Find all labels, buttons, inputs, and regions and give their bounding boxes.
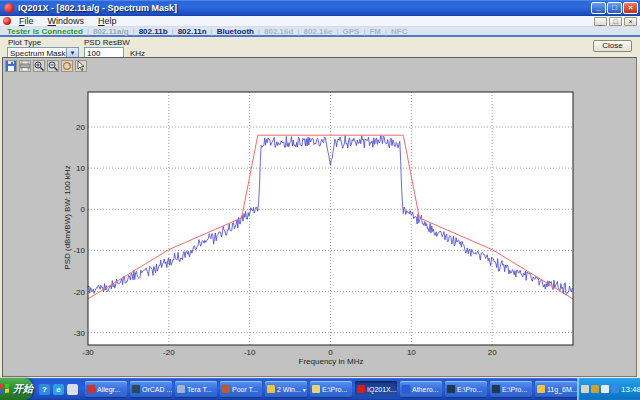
taskbar-button-icon: [492, 385, 500, 393]
taskbar-button-label: Allegr...: [97, 386, 120, 393]
system-tray: 13:48: [577, 378, 640, 400]
title-bar: IQ201X - [802.11a/g - Spectrum Mask] _ □…: [0, 0, 640, 16]
plot-panel: -30-20-100102020100-10-20-30 Frequency i…: [2, 57, 637, 377]
control-strip: Plot Type Spectrum Mask ▼ PSD ResBW KHz …: [0, 39, 640, 57]
menu-bar: FileWindowsHelp _ □ ×: [0, 16, 640, 27]
taskbar-button-label: Athero...: [412, 386, 438, 393]
y-tick-label: -20: [73, 288, 85, 297]
menu-item-help[interactable]: Help: [96, 16, 119, 26]
help-icon[interactable]: ?: [39, 384, 50, 395]
y-tick-label: 20: [76, 123, 85, 132]
x-axis-label: Frequency in MHz: [88, 357, 574, 366]
child-close-button[interactable]: ×: [624, 17, 637, 26]
app-icon: [4, 3, 14, 13]
window-title: IQ201X - [802.11a/g - Spectrum Mask]: [18, 3, 591, 13]
taskbar-button-allegr[interactable]: Allegr...: [85, 381, 127, 397]
minimize-button[interactable]: _: [591, 2, 606, 14]
quick-launch-bar: ?e: [33, 384, 83, 395]
taskbar-button-icon: [537, 385, 545, 393]
tab-tester-is-connected: Tester is Connected: [3, 27, 87, 36]
taskbar-button-orcad[interactable]: OrCAD ...: [130, 381, 172, 397]
volume-icon[interactable]: [601, 385, 609, 393]
x-tick-label: -20: [163, 348, 175, 357]
taskbar-button-label: 2 Win...: [277, 386, 301, 393]
close-window-button[interactable]: ×: [623, 2, 638, 14]
taskbar-buttons: Allegr...OrCAD ...Tera T...Poor T...2 Wi…: [83, 381, 577, 397]
taskbar-button-icon: [402, 385, 410, 393]
tab-nfc: NFC: [387, 27, 411, 36]
tab-802-11b[interactable]: 802.11b: [135, 27, 172, 36]
tab-802-11n[interactable]: 802.11n: [174, 27, 211, 36]
tab-802-16d: 802.16d: [260, 27, 297, 36]
x-tick-label: 10: [407, 348, 416, 357]
child-restore-button[interactable]: □: [609, 17, 622, 26]
taskbar-button-2-win[interactable]: 2 Win...▾: [265, 381, 307, 397]
tab-gps: GPS: [338, 27, 363, 36]
taskbar-button-tera-t[interactable]: Tera T...: [175, 381, 217, 397]
menu-item-windows[interactable]: Windows: [46, 16, 87, 26]
spectrum-mask-chart: -30-20-100102020100-10-20-30: [3, 58, 636, 376]
tab-802-16e: 802.16e: [299, 27, 336, 36]
tab-802-11a-g[interactable]: 802.11a/g: [89, 27, 133, 36]
print-icon[interactable]: [19, 60, 31, 72]
rotate-icon[interactable]: [61, 60, 73, 72]
restore-button[interactable]: □: [607, 2, 622, 14]
taskbar-button-label: E:\Pro...: [322, 386, 347, 393]
close-plot-button[interactable]: Close: [593, 40, 632, 52]
internet-explorer-icon[interactable]: e: [53, 384, 64, 395]
taskbar-button-label: 11g_6M...: [547, 386, 577, 393]
tray-clock: 13:48: [621, 385, 640, 394]
x-tick-label: 0: [328, 348, 333, 357]
display-icon[interactable]: [591, 385, 599, 393]
taskbar-button-label: OrCAD ...: [142, 386, 172, 393]
x-tick-label: 20: [488, 348, 497, 357]
taskbar-button-icon: [87, 385, 95, 393]
printer-icon[interactable]: [581, 385, 589, 393]
menu-item-file[interactable]: File: [17, 16, 36, 26]
taskbar-button-icon: [132, 385, 140, 393]
y-tick-label: 0: [81, 205, 86, 214]
taskbar-button-label: Poor T...: [232, 386, 258, 393]
taskbar-button-e-pro[interactable]: E:\Pro...: [490, 381, 532, 397]
y-tick-label: -10: [73, 246, 85, 255]
taskbar-button-iq201x[interactable]: IQ201X...: [355, 381, 397, 397]
y-axis-label: PSD (dBm/BW) BW: 100 kHz: [63, 113, 72, 323]
windows-flag-icon: [0, 383, 10, 394]
x-tick-label: -10: [244, 348, 256, 357]
taskbar-button-label: Tera T...: [187, 386, 212, 393]
taskbar-button-e-pro[interactable]: E:\Pro...: [445, 381, 487, 397]
tab-fm: FM: [365, 27, 385, 36]
group-expand-arrow-icon: ▾: [303, 386, 306, 393]
taskbar-button-icon: [177, 385, 185, 393]
taskbar-button-label: IQ201X...: [367, 386, 397, 393]
taskbar-button-e-pro[interactable]: E:\Pro...: [310, 381, 352, 397]
taskbar: 开始 ?e Allegr...OrCAD ...Tera T...Poor T.…: [0, 378, 640, 400]
child-minimize-button[interactable]: _: [594, 17, 607, 26]
datatip-icon[interactable]: [75, 60, 87, 72]
taskbar-button-athero[interactable]: Athero...: [400, 381, 442, 397]
start-button[interactable]: 开始: [0, 378, 33, 400]
zoom-in-icon[interactable]: [33, 60, 45, 72]
taskbar-button-label: E:\Pro...: [457, 386, 482, 393]
tab-bluetooth[interactable]: Bluetooth: [213, 27, 258, 36]
x-tick-label: -30: [82, 348, 94, 357]
y-tick-label: 10: [76, 164, 85, 173]
taskbar-button-icon: [312, 385, 320, 393]
plot-type-label: Plot Type: [8, 38, 41, 47]
network-icon[interactable]: [611, 385, 619, 393]
show-desktop-icon[interactable]: [67, 384, 78, 395]
taskbar-button-icon: [447, 385, 455, 393]
psd-resbw-label: PSD ResBW: [84, 38, 130, 47]
menu-app-icon: [3, 17, 11, 25]
taskbar-button-icon: [222, 385, 230, 393]
taskbar-button-poor-t[interactable]: Poor T...: [220, 381, 262, 397]
taskbar-button-11g-6m[interactable]: 11g_6M...: [535, 381, 577, 397]
start-button-label: 开始: [13, 382, 33, 396]
taskbar-button-label: E:\Pro...: [502, 386, 527, 393]
zoom-out-icon[interactable]: [47, 60, 59, 72]
save-icon[interactable]: [5, 60, 17, 72]
taskbar-button-icon: [357, 385, 365, 393]
y-tick-label: -30: [73, 329, 85, 338]
figure-toolbar: [5, 60, 87, 72]
mode-tab-bar: Tester is Connected|802.11a/g|802.11b|80…: [0, 27, 640, 37]
